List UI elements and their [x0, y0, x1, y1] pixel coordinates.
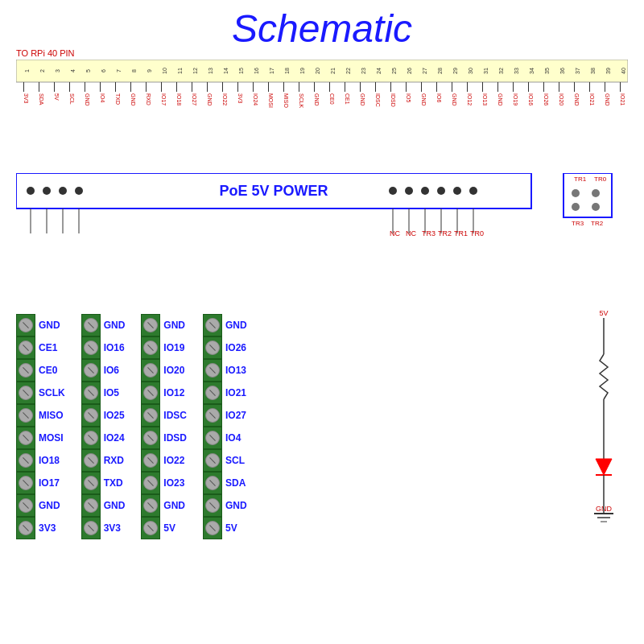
screw-4-5	[203, 404, 222, 427]
terminal-labels-4: GND IO26 IO13 IO21 IO27 IO4 SCL SDA GND …	[222, 314, 247, 539]
label-3-5: IDSC	[163, 404, 187, 427]
label-2-9: GND	[104, 494, 126, 517]
svg-text:17: 17	[269, 68, 275, 74]
label-3-10: 5V	[163, 517, 187, 539]
svg-point-156	[572, 189, 580, 197]
label-1-6: MOSI	[39, 427, 65, 449]
svg-text:GND: GND	[314, 93, 320, 106]
screw-2-5	[81, 404, 101, 427]
svg-text:MOSI: MOSI	[268, 93, 274, 108]
svg-text:NC: NC	[390, 229, 400, 237]
terminal-screws-4	[203, 314, 222, 539]
svg-text:20: 20	[315, 68, 320, 74]
svg-text:TR0: TR0	[594, 175, 607, 183]
screw-1-5	[16, 404, 35, 427]
screw-1-1	[16, 314, 35, 336]
svg-text:IDSD: IDSD	[390, 93, 396, 107]
svg-text:IO27: IO27	[192, 93, 197, 105]
svg-point-159	[592, 203, 600, 211]
screw-4-1	[203, 314, 222, 336]
screw-3-9	[141, 494, 160, 517]
terminal-screws-3	[141, 314, 160, 539]
svg-text:IO6: IO6	[436, 93, 442, 102]
svg-text:16: 16	[254, 68, 259, 74]
label-4-8: SDA	[225, 472, 247, 494]
poe-svg: PoE 5V POWER NC NC 5V GND	[16, 173, 628, 270]
svg-text:CE1: CE1	[345, 93, 350, 105]
svg-point-126	[75, 187, 83, 195]
svg-text:7: 7	[116, 69, 122, 72]
screw-1-2	[16, 336, 35, 359]
svg-point-132	[469, 187, 477, 195]
screw-3-7	[141, 449, 160, 472]
svg-text:PoE 5V POWER: PoE 5V POWER	[219, 183, 328, 199]
terminal-labels-1: GND CE1 CE0 SCLK MISO MOSI IO18 IO17 GND…	[35, 314, 65, 539]
label-1-5: MISO	[39, 404, 65, 427]
label-3-6: IDSD	[163, 427, 187, 449]
screw-2-1	[81, 314, 101, 336]
screw-1-8	[16, 472, 35, 494]
svg-text:IO26: IO26	[543, 93, 549, 105]
svg-point-127	[389, 187, 397, 195]
svg-text:GND: GND	[605, 93, 610, 106]
svg-text:SCLK: SCLK	[299, 93, 304, 109]
terminal-block-1: GND CE1 CE0 SCLK MISO MOSI IO18 IO17 GND…	[16, 314, 65, 539]
screw-1-9	[16, 494, 35, 517]
svg-text:GND: GND	[452, 93, 457, 106]
label-4-4: IO21	[225, 382, 247, 404]
svg-text:11: 11	[177, 68, 183, 74]
svg-text:RXD: RXD	[146, 93, 151, 105]
screw-1-3	[16, 359, 35, 382]
svg-text:IO18: IO18	[176, 93, 182, 105]
screw-4-3	[203, 359, 222, 382]
svg-text:35: 35	[544, 68, 550, 74]
screw-2-10	[81, 517, 101, 539]
svg-text:38: 38	[590, 68, 596, 74]
screw-2-3	[81, 359, 101, 382]
label-3-3: IO20	[163, 359, 187, 382]
svg-text:TR2: TR2	[438, 229, 452, 237]
screw-2-4	[81, 382, 101, 404]
svg-text:GND: GND	[497, 93, 503, 106]
svg-text:3: 3	[55, 69, 60, 72]
label-3-2: IO19	[163, 336, 187, 359]
screw-4-4	[203, 382, 222, 404]
label-2-2: IO16	[104, 336, 126, 359]
label-3-7: IO22	[163, 449, 187, 472]
svg-text:5: 5	[85, 69, 91, 72]
screw-3-3	[141, 359, 160, 382]
svg-text:GND: GND	[130, 93, 136, 106]
svg-text:34: 34	[529, 68, 535, 74]
svg-text:10: 10	[162, 68, 167, 74]
screw-3-6	[141, 427, 160, 449]
svg-text:5V: 5V	[599, 309, 608, 317]
label-1-3: CE0	[39, 359, 65, 382]
label-1-9: GND	[39, 494, 65, 517]
label-3-8: IO23	[163, 472, 187, 494]
svg-text:IO21: IO21	[589, 93, 595, 105]
label-2-1: GND	[104, 314, 126, 336]
svg-text:IO24: IO24	[253, 93, 258, 105]
terminal-screws-2	[81, 314, 101, 539]
svg-text:1: 1	[24, 69, 30, 72]
svg-text:8: 8	[131, 69, 137, 72]
label-4-5: IO27	[225, 404, 247, 427]
screw-2-7	[81, 449, 101, 472]
svg-text:27: 27	[422, 68, 427, 74]
screw-3-2	[141, 336, 160, 359]
svg-text:25: 25	[391, 68, 397, 74]
terminal-block-4: GND IO26 IO13 IO21 IO27 IO4 SCL SDA GND …	[203, 314, 247, 539]
label-2-10: 3V3	[104, 517, 126, 539]
svg-text:IO22: IO22	[222, 93, 228, 105]
screw-1-7	[16, 449, 35, 472]
screw-4-7	[203, 449, 222, 472]
svg-text:21: 21	[330, 68, 336, 74]
svg-text:9: 9	[147, 69, 152, 72]
screw-3-8	[141, 472, 160, 494]
svg-text:TXD: TXD	[115, 93, 121, 105]
label-4-9: GND	[225, 494, 247, 517]
svg-point-131	[453, 187, 461, 195]
screw-4-10	[203, 517, 222, 539]
label-4-10: 5V	[225, 517, 247, 539]
svg-text:2: 2	[39, 69, 45, 72]
